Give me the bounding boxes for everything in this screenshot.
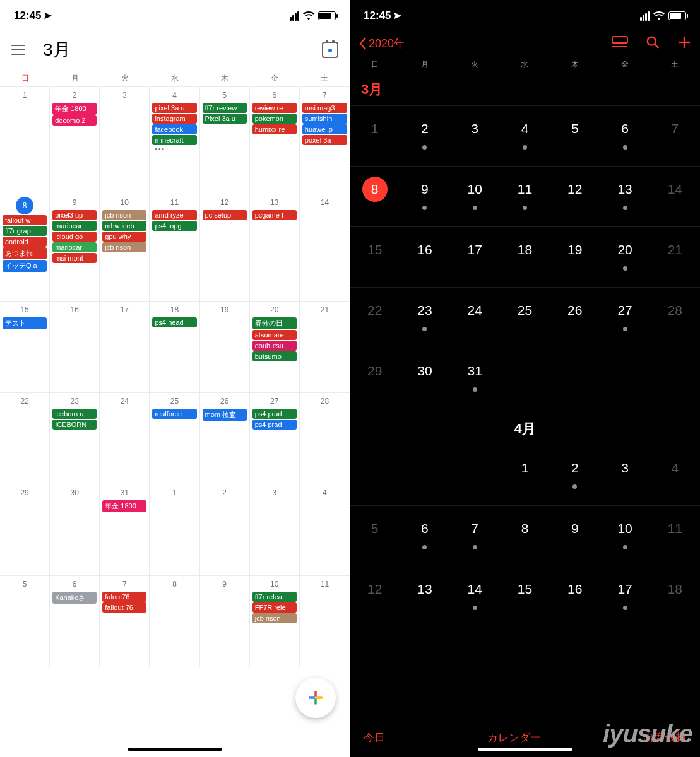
event-chip[interactable]: falout76 xyxy=(102,592,146,602)
day-cell[interactable]: 8fallout wff7r grapandroidあつまれイッテQ a xyxy=(0,194,50,302)
event-chip[interactable]: Kanakoさ xyxy=(52,592,97,604)
event-chip[interactable]: butsumo xyxy=(252,351,297,361)
day-cell[interactable]: 24 xyxy=(450,287,500,348)
day-cell[interactable]: 7falout76fallout 76 xyxy=(100,576,150,667)
day-cell[interactable]: 10 xyxy=(600,505,650,566)
day-cell[interactable]: 3 xyxy=(600,445,650,505)
day-cell[interactable]: 21 xyxy=(650,226,700,287)
event-chip[interactable]: jcb rison xyxy=(102,242,146,252)
day-cell[interactable]: 17 xyxy=(600,566,650,626)
event-chip[interactable]: facebook xyxy=(152,124,196,134)
event-chip[interactable]: msi mag3 xyxy=(302,103,347,113)
day-cell[interactable]: 6 xyxy=(400,505,449,566)
event-chip[interactable]: icloud go xyxy=(52,232,97,242)
day-cell[interactable]: 4 xyxy=(500,105,550,166)
home-indicator[interactable] xyxy=(478,748,572,751)
event-chip[interactable]: ff7r relea xyxy=(252,592,297,602)
day-cell[interactable]: 30 xyxy=(50,484,100,576)
event-chip[interactable]: ps4 topg xyxy=(152,221,196,231)
event-chip[interactable]: ps4 prad xyxy=(252,409,297,419)
day-cell[interactable]: 21 xyxy=(300,302,350,393)
day-cell[interactable]: 2年金 1800docomo 2 xyxy=(50,87,100,194)
day-cell[interactable]: 4 xyxy=(650,445,700,505)
day-cell[interactable]: 28 xyxy=(650,287,700,348)
calendars-link[interactable]: カレンダー xyxy=(487,731,541,745)
event-chip[interactable]: huawei p xyxy=(302,124,347,134)
day-cell[interactable]: 10jcb risonmhw icebgpu whyjcb rison xyxy=(100,194,150,302)
event-chip[interactable]: mhw iceb xyxy=(102,221,146,231)
event-chip[interactable]: fallout w xyxy=(3,215,47,225)
fab-add-button[interactable] xyxy=(295,678,336,718)
event-chip[interactable]: あつまれ xyxy=(3,247,47,259)
back-button[interactable]: 2020年 xyxy=(359,36,405,51)
event-chip[interactable]: 年金 1800 xyxy=(102,500,146,512)
event-chip[interactable]: msi mont xyxy=(52,253,97,263)
day-cell[interactable]: 10 xyxy=(450,166,500,226)
day-cell[interactable]: 1 xyxy=(0,87,50,194)
list-view-button[interactable] xyxy=(612,36,628,51)
event-chip[interactable]: amd ryze xyxy=(152,210,196,220)
day-cell[interactable]: 18ps4 head xyxy=(150,302,199,393)
day-cell[interactable]: 22 xyxy=(350,287,400,348)
day-cell[interactable]: 5 xyxy=(0,576,50,667)
day-cell[interactable]: 18 xyxy=(500,226,550,287)
event-chip[interactable]: 春分の日 xyxy=(252,317,297,329)
day-cell[interactable]: 23 xyxy=(400,287,449,348)
day-cell[interactable]: 8 xyxy=(500,505,550,566)
day-cell[interactable]: 28 xyxy=(300,393,350,484)
event-chip[interactable]: review re xyxy=(252,103,297,113)
day-cell[interactable]: 4pixel 3a uinstagramfacebookminecraft••• xyxy=(150,87,199,194)
event-chip[interactable]: ff7r review xyxy=(203,103,247,113)
day-cell[interactable]: 15テスト xyxy=(0,302,50,393)
event-chip[interactable]: テスト xyxy=(3,317,47,329)
event-chip[interactable]: pixel3 up xyxy=(52,210,97,220)
event-chip[interactable]: ff7r grap xyxy=(3,226,47,236)
event-chip[interactable]: Pixel 3a u xyxy=(203,114,247,124)
april-grid[interactable]: 123456789101112131415161718 xyxy=(350,445,700,626)
day-cell[interactable]: 23iceborn uICEBORN xyxy=(50,393,100,484)
day-cell[interactable]: 19 xyxy=(200,302,250,393)
day-cell[interactable]: 7 xyxy=(450,505,500,566)
day-cell[interactable]: 13 xyxy=(600,166,650,226)
day-cell[interactable]: 8 xyxy=(150,576,199,667)
day-cell[interactable]: 14 xyxy=(650,166,700,226)
day-cell[interactable]: 2 xyxy=(200,484,250,576)
day-cell[interactable]: 25 xyxy=(500,287,550,348)
home-indicator[interactable] xyxy=(128,748,222,751)
day-cell[interactable]: 15 xyxy=(500,566,550,626)
today-button[interactable] xyxy=(322,42,338,58)
march-grid[interactable]: 1234567891011121314151617181920212223242… xyxy=(350,105,700,408)
day-cell[interactable]: 5 xyxy=(550,105,600,166)
day-cell[interactable]: 11 xyxy=(500,166,550,226)
day-cell[interactable]: 16 xyxy=(550,566,600,626)
day-cell[interactable]: 11 xyxy=(650,505,700,566)
event-chip[interactable]: sumishin xyxy=(302,114,347,124)
day-cell[interactable]: 1 xyxy=(500,445,550,505)
event-chip[interactable]: 年金 1800 xyxy=(52,103,97,115)
day-cell[interactable]: 8 xyxy=(350,166,400,226)
day-cell[interactable]: 26 xyxy=(550,287,600,348)
more-events[interactable]: ••• xyxy=(151,146,198,153)
day-cell[interactable]: 13 xyxy=(400,566,449,626)
event-chip[interactable]: イッテQ a xyxy=(3,260,47,272)
event-chip[interactable]: pc setup xyxy=(203,210,247,220)
search-button[interactable] xyxy=(646,35,660,52)
day-cell[interactable]: 3 xyxy=(450,105,500,166)
day-cell[interactable]: 29 xyxy=(0,484,50,576)
event-chip[interactable]: ps4 head xyxy=(152,317,196,327)
event-chip[interactable]: docomo 2 xyxy=(52,115,97,126)
add-button[interactable] xyxy=(677,35,691,52)
event-chip[interactable]: mom 検査 xyxy=(203,409,247,421)
day-cell[interactable]: 31年金 1800 xyxy=(100,484,150,576)
event-chip[interactable]: doubutsu xyxy=(252,341,297,351)
day-cell[interactable]: 9 xyxy=(400,166,449,226)
event-chip[interactable]: jcb rison xyxy=(252,613,297,623)
event-chip[interactable]: atsumare xyxy=(252,330,297,340)
day-cell[interactable]: 6Kanakoさ xyxy=(50,576,100,667)
day-cell[interactable]: 16 xyxy=(50,302,100,393)
event-chip[interactable]: mariocar xyxy=(52,242,97,252)
day-cell[interactable]: 6review repokemonhumixx re xyxy=(250,87,300,194)
day-cell[interactable]: 29 xyxy=(350,348,400,408)
day-cell[interactable]: 13pcgame f xyxy=(250,194,300,302)
event-chip[interactable]: FF7R rele xyxy=(252,602,297,613)
